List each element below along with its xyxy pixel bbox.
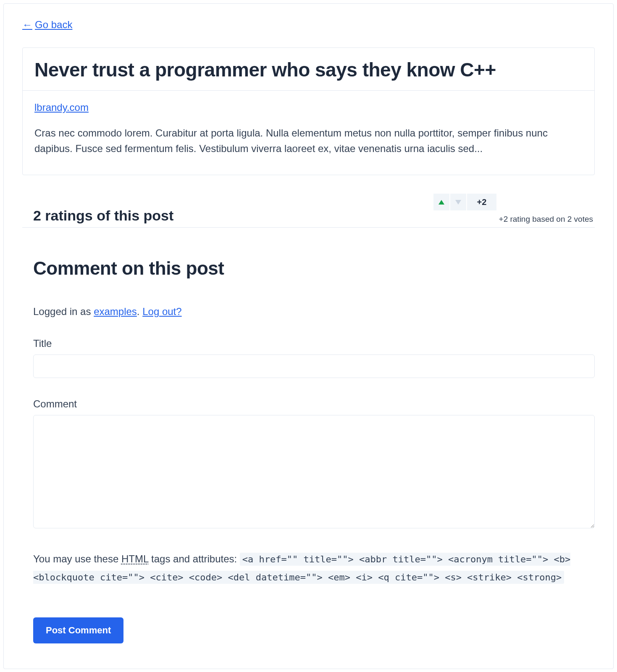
logged-in-separator: .: [137, 306, 142, 317]
allowed-tags-suffix: tags and attributes:: [148, 553, 239, 564]
title-label: Title: [33, 338, 595, 349]
post-card: Never trust a programmer who says they k…: [22, 47, 595, 175]
comment-field: Comment: [33, 398, 595, 530]
post-excerpt: Cras nec commodo lorem. Curabitur at por…: [34, 125, 583, 156]
arrow-left-icon: ←: [22, 19, 32, 31]
allowed-tags-note: You may use these HTML tags and attribut…: [33, 550, 595, 586]
ratings-controls: +2 +2 rating based on 2 votes: [433, 194, 595, 224]
logout-link[interactable]: Log out?: [142, 306, 181, 317]
title-input[interactable]: [33, 354, 595, 378]
post-comment-button[interactable]: Post Comment: [33, 617, 123, 643]
downvote-button[interactable]: [450, 194, 467, 210]
triangle-up-icon: [438, 200, 444, 205]
allowed-tags-prefix: You may use these: [33, 553, 121, 564]
upvote-button[interactable]: [433, 194, 450, 210]
go-back-link[interactable]: ← Go back: [22, 19, 72, 31]
comment-textarea[interactable]: [33, 415, 595, 528]
post-card-body: lbrandy.com Cras nec commodo lorem. Cura…: [23, 91, 594, 175]
comment-heading: Comment on this post: [33, 258, 595, 279]
rating-summary: +2 rating based on 2 votes: [499, 215, 593, 224]
comment-label: Comment: [33, 398, 595, 410]
triangle-down-icon: [455, 200, 461, 205]
post-card-header: Never trust a programmer who says they k…: [23, 48, 594, 91]
logged-in-line: Logged in as examples. Log out?: [33, 306, 595, 318]
title-field: Title: [33, 338, 595, 378]
ratings-heading: 2 ratings of this post: [33, 207, 173, 224]
post-source-link[interactable]: lbrandy.com: [34, 102, 89, 113]
vote-score: +2: [467, 194, 496, 210]
go-back-label: Go back: [35, 19, 72, 31]
vote-strip: +2: [433, 194, 496, 210]
username-link[interactable]: examples: [94, 306, 137, 317]
html-abbr: HTML: [121, 553, 148, 564]
page-frame: ← Go back Never trust a programmer who s…: [3, 3, 614, 669]
post-title: Never trust a programmer who says they k…: [34, 59, 583, 81]
logged-in-prefix: Logged in as: [33, 306, 94, 317]
ratings-section: 2 ratings of this post +2 +2 rating base…: [22, 190, 595, 228]
comment-section: Comment on this post Logged in as exampl…: [22, 258, 595, 643]
